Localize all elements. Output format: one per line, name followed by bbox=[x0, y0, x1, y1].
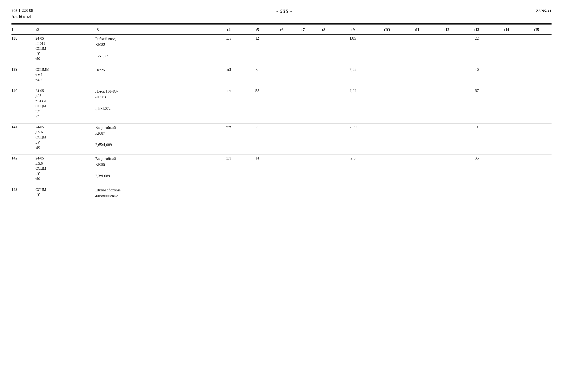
table-row: I43ССЦМцУШины сборныеалюминиевые bbox=[12, 186, 551, 200]
cell-0-1: 24-05пI-012ССЦМцУтI0 bbox=[34, 35, 94, 63]
cell-2-0: I40 bbox=[12, 87, 34, 120]
cell-1-9 bbox=[372, 66, 402, 84]
col-header-8: :8 bbox=[313, 25, 334, 35]
col-header-2: :2 bbox=[34, 25, 94, 35]
cell-3-12: 9 bbox=[462, 123, 492, 151]
table-row: I4024-05д.I5пI-I33IССЦМцУт7Лоток НЛ-IO--… bbox=[12, 87, 551, 120]
cell-1-11 bbox=[432, 66, 462, 84]
cell-0-6 bbox=[293, 35, 313, 63]
col-header-1: I bbox=[12, 25, 34, 35]
cell-5-0: I43 bbox=[12, 186, 34, 200]
cell-5-2: Шины сборныеалюминиевые bbox=[94, 186, 214, 200]
cell-5-9 bbox=[372, 186, 402, 200]
cell-1-4: 6 bbox=[244, 66, 271, 84]
cell-3-14 bbox=[522, 123, 551, 151]
cell-0-3: шт bbox=[214, 35, 244, 63]
cell-3-5 bbox=[271, 123, 293, 151]
cell-1-5 bbox=[271, 66, 293, 84]
cell-4-10 bbox=[402, 155, 432, 182]
col-header-6: :6 bbox=[271, 25, 293, 35]
col-header-13: :I3 bbox=[462, 25, 492, 35]
cell-5-10 bbox=[402, 186, 432, 200]
cell-3-6 bbox=[293, 123, 313, 151]
cell-3-3: шт bbox=[214, 123, 244, 151]
cell-4-4: I4 bbox=[244, 155, 271, 182]
cell-1-6 bbox=[293, 66, 313, 84]
col-header-5: :5 bbox=[244, 25, 271, 35]
cell-3-13 bbox=[492, 123, 522, 151]
cell-4-8: 2,5 bbox=[334, 155, 372, 182]
cell-1-1: ССЦММт м Iп4-2I bbox=[34, 66, 94, 84]
doc-info: Ал. I6 кн.4 bbox=[12, 14, 33, 20]
cell-2-14 bbox=[522, 87, 551, 120]
cell-5-12 bbox=[462, 186, 492, 200]
cell-2-1: 24-05д.I5пI-I33IССЦМцУт7 bbox=[34, 87, 94, 120]
cell-2-5 bbox=[271, 87, 293, 120]
cell-3-4: 3 bbox=[244, 123, 271, 151]
cell-0-0: I38 bbox=[12, 35, 34, 63]
cell-0-12: 22 bbox=[462, 35, 492, 63]
cell-2-12: 67 bbox=[462, 87, 492, 120]
cell-3-11 bbox=[432, 123, 462, 151]
header-left: 903-I-223 86 Ал. I6 кн.4 bbox=[12, 8, 33, 20]
col-header-9: :9 bbox=[334, 25, 372, 35]
cell-4-5 bbox=[271, 155, 293, 182]
cell-0-11 bbox=[432, 35, 462, 63]
cell-5-3 bbox=[214, 186, 244, 200]
cell-3-7 bbox=[313, 123, 334, 151]
cell-3-2: Ввод гибкийKI0872,65xI,089 bbox=[94, 123, 214, 151]
col-header-15: :I5 bbox=[522, 25, 551, 35]
cell-3-10 bbox=[402, 123, 432, 151]
page-header: 903-I-223 86 Ал. I6 кн.4 - 535 - 21195-1… bbox=[12, 8, 551, 20]
doc-code: 21195-11 bbox=[536, 8, 551, 13]
col-header-12: :I2 bbox=[432, 25, 462, 35]
table-row: I39ССЦММт м Iп4-2IПесокм367,6346 bbox=[12, 66, 551, 84]
cell-1-14 bbox=[522, 66, 551, 84]
cell-2-13 bbox=[492, 87, 522, 120]
cell-5-6 bbox=[293, 186, 313, 200]
col-header-3: :3 bbox=[94, 25, 214, 35]
cell-5-7 bbox=[313, 186, 334, 200]
cell-0-9 bbox=[372, 35, 402, 63]
cell-0-2: Гибкий вводKI082I,7xI,089 bbox=[94, 35, 214, 63]
col-header-7: :7 bbox=[293, 25, 313, 35]
cell-3-1: 24-05д.5.6ССЦМцУтI0 bbox=[34, 123, 94, 151]
cell-4-3: шт bbox=[214, 155, 244, 182]
table-row: I4224-05д.5.6ССЦМцУтI0Ввод гибкийKI0852,… bbox=[12, 155, 551, 182]
cell-4-7 bbox=[313, 155, 334, 182]
cell-5-4 bbox=[244, 186, 271, 200]
cell-1-7 bbox=[313, 66, 334, 84]
cell-1-12: 46 bbox=[462, 66, 492, 84]
page-number: - 535 - bbox=[276, 8, 292, 14]
cell-1-0: I39 bbox=[12, 66, 34, 84]
col-header-11: :II bbox=[402, 25, 432, 35]
cell-4-9 bbox=[372, 155, 402, 182]
doc-number: 903-I-223 86 bbox=[12, 8, 33, 14]
cell-4-11 bbox=[432, 155, 462, 182]
cell-2-9 bbox=[372, 87, 402, 120]
cell-1-8: 7,63 bbox=[334, 66, 372, 84]
cell-4-0: I42 bbox=[12, 155, 34, 182]
cell-4-1: 24-05д.5.6ССЦМцУтI0 bbox=[34, 155, 94, 182]
table-row: I4I24-05д.5.6ССЦМцУтI0Ввод гибкийKI0872,… bbox=[12, 123, 551, 151]
cell-2-3: шт bbox=[214, 87, 244, 120]
cell-0-10 bbox=[402, 35, 432, 63]
col-header-14: :I4 bbox=[492, 25, 522, 35]
cell-4-13 bbox=[492, 155, 522, 182]
col-header-4: :4 bbox=[214, 25, 244, 35]
cell-1-13 bbox=[492, 66, 522, 84]
cell-2-2: Лоток НЛ-IO--П2У3I,I3xI,072 bbox=[94, 87, 214, 120]
cell-0-5 bbox=[271, 35, 293, 63]
cell-3-8: 2,89 bbox=[334, 123, 372, 151]
cell-5-5 bbox=[271, 186, 293, 200]
cell-5-11 bbox=[432, 186, 462, 200]
col-header-10: :IO bbox=[372, 25, 402, 35]
table-row: I3824-05пI-012ССЦМцУтI0Гибкий вводKI082I… bbox=[12, 35, 551, 63]
cell-4-14 bbox=[522, 155, 551, 182]
cell-4-2: Ввод гибкийKI0852,3xI,089 bbox=[94, 155, 214, 182]
main-table: I :2 :3 :4 :5 :6 :7 :8 :9 :IO :II :I2 :I… bbox=[12, 25, 551, 203]
cell-2-7 bbox=[313, 87, 334, 120]
cell-1-2: Песок bbox=[94, 66, 214, 84]
cell-5-14 bbox=[522, 186, 551, 200]
cell-4-6 bbox=[293, 155, 313, 182]
